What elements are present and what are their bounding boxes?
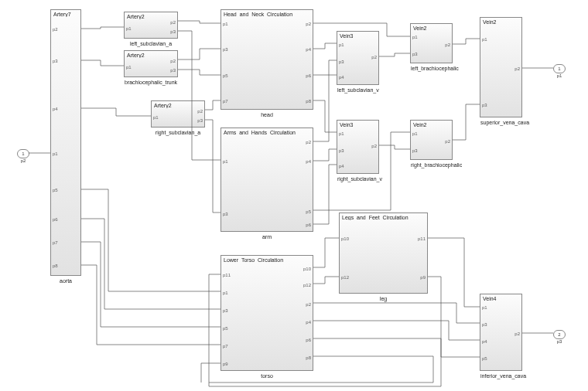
port: p1 (482, 37, 487, 42)
title: Head_and_Neck_Circulation (224, 12, 310, 17)
label: inferior_vena_cava (480, 373, 521, 379)
port: p3 (223, 47, 228, 52)
port: p11 (223, 273, 231, 277)
port: p4 (306, 47, 311, 52)
port: p6 (306, 73, 311, 78)
output-port-1-label: p1 (553, 73, 566, 78)
port: p3 (412, 52, 418, 56)
title: Lower_Torso_Circulation (224, 257, 310, 263)
label: left_brachiocephalic (411, 66, 452, 71)
port: p1 (53, 151, 58, 156)
block-aorta-label: aorta (51, 278, 80, 284)
block-head[interactable]: Head_and_Neck_Circulation p1 p3 p5 p7 p2… (220, 9, 313, 110)
title: Artery2 (127, 14, 175, 19)
block-leg[interactable]: Legs_and_Feet_Circulation p10 p12 p11 p9… (339, 212, 428, 294)
output-port-1[interactable]: 1 (553, 64, 566, 73)
port: p4 (306, 320, 311, 325)
port: p4 (306, 159, 311, 164)
port: p7 (223, 344, 228, 348)
block-right-subclavian-v[interactable]: Vein3 p1 p3 p4 p2 right_subclavian_v (337, 120, 379, 174)
title: Vein3 (340, 122, 376, 128)
port: p1 (223, 22, 228, 26)
label: right_subclavian_a (152, 130, 204, 135)
port: p4 (53, 107, 58, 111)
port: p1 (153, 115, 159, 120)
block-left-subclavian-a[interactable]: Artery2 p1 p2 p3 left_subclavian_a (124, 12, 178, 39)
input-port-1[interactable]: 1 (17, 149, 29, 158)
title: Vein2 (413, 122, 450, 128)
port: p1 (482, 305, 487, 310)
port: p9 (420, 275, 426, 280)
title: Artery2 (127, 53, 175, 58)
port: p7 (223, 99, 228, 104)
port: p2 (170, 59, 176, 63)
block-left-brachiocephalic[interactable]: Vein2 p1 p3 p2 left_brachiocephalic (410, 23, 453, 63)
port: p8 (306, 355, 311, 360)
port: p12 (341, 275, 349, 280)
port: p3 (482, 103, 487, 107)
port: p1 (339, 42, 344, 47)
title: Arms_and_Hands_Circulation (224, 130, 310, 135)
block-aorta-title: Artery7 (53, 12, 78, 17)
label: right_subclavian_v (337, 176, 378, 182)
title: Artery2 (154, 103, 202, 108)
port: p9 (223, 362, 228, 366)
label: left_subclavian_v (337, 87, 378, 93)
label: leg (340, 296, 427, 301)
input-port-num: 1 (22, 151, 24, 156)
port: p2 (53, 27, 58, 32)
port: p5 (482, 356, 487, 361)
port: p1 (223, 159, 228, 164)
label: head (221, 112, 313, 117)
block-superior-vena-cava[interactable]: Vein2 p1 p3 p2 superior_vena_cava (480, 17, 522, 117)
port: p6 (306, 223, 311, 227)
port: p2 (170, 20, 176, 25)
port: p3 (482, 322, 487, 327)
port: p3 (197, 118, 203, 123)
port: p2 (514, 332, 520, 336)
port: p4 (482, 339, 487, 344)
port: p10 (303, 267, 311, 271)
port: p1 (412, 131, 418, 136)
port: p2 (445, 139, 450, 144)
port: p1 (126, 26, 132, 31)
port: p4 (339, 75, 344, 80)
block-right-brachiocephalic[interactable]: Vein2 p1 p3 p2 right_brachiocephalic (410, 120, 453, 160)
port: p2 (306, 140, 311, 144)
block-torso[interactable]: Lower_Torso_Circulation p11 p1 p3 p5 p7 … (220, 255, 313, 371)
port: p5 (223, 73, 228, 78)
port: p3 (339, 148, 344, 153)
label: torso (221, 373, 313, 379)
port: p1 (412, 35, 418, 39)
port: p5 (53, 188, 58, 192)
label: superior_vena_cava (480, 120, 521, 125)
block-left-subclavian-v[interactable]: Vein3 p1 p3 p4 p2 left_subclavian_v (337, 31, 379, 85)
title: Vein4 (483, 296, 519, 301)
port: p5 (306, 209, 311, 214)
port: p11 (418, 236, 426, 241)
output-port-1-num: 1 (558, 66, 560, 71)
port: p1 (126, 65, 132, 70)
port: p2 (514, 66, 520, 71)
output-port-2[interactable]: 2 (553, 330, 566, 339)
port: p1 (223, 291, 228, 295)
block-inferior-vena-cava[interactable]: Vein4 p1 p3 p4 p5 p2 inferior_vena_cava (480, 294, 522, 371)
port: p3 (170, 68, 176, 73)
block-right-subclavian-a[interactable]: Artery2 p1 p2 p3 right_subclavian_a (151, 100, 205, 128)
port: p6 (306, 338, 311, 342)
title: Vein2 (413, 26, 450, 31)
block-aorta[interactable]: Artery7 p2 p3 p4 p1 p5 p6 p7 p8 aorta (50, 9, 81, 276)
block-arm[interactable]: Arms_and_Hands_Circulation p1 p3 p2 p4 p… (220, 128, 313, 232)
port: p3 (223, 212, 228, 216)
label: arm (221, 234, 313, 240)
block-brachiocephalic-trunk[interactable]: Artery2 p1 p2 p3 brachiocephalic_trunk (124, 50, 178, 77)
port: p3 (339, 60, 344, 64)
label: left_subclavian_a (125, 41, 177, 46)
title: Vein3 (340, 33, 376, 39)
port: p12 (303, 283, 311, 287)
port: p8 (306, 99, 311, 104)
port: p7 (53, 240, 58, 245)
port: p1 (339, 131, 344, 136)
port: p2 (306, 22, 311, 26)
port: p3 (412, 148, 418, 153)
